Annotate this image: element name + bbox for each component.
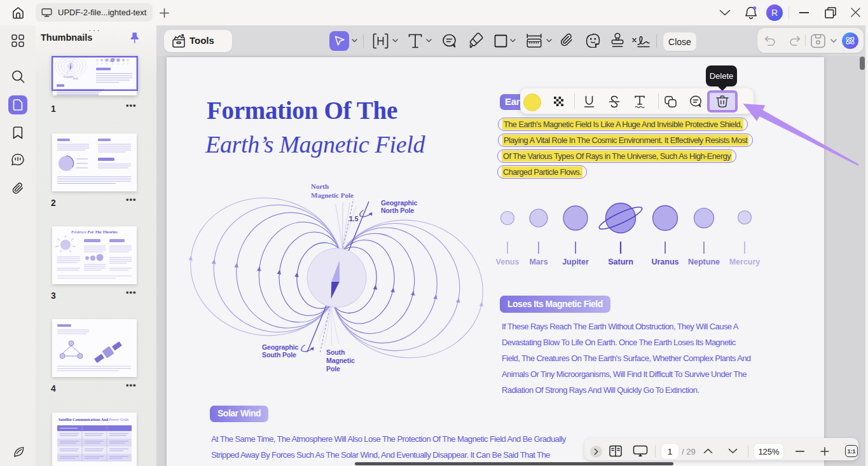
svg-text:Venus: Venus	[496, 257, 520, 266]
svg-text:Saturn: Saturn	[608, 257, 633, 266]
svg-text:Mercury: Mercury	[729, 257, 761, 266]
svg-text:Neptune: Neptune	[688, 257, 720, 266]
svg-text:Evidence For The Theories: Evidence For The Theories	[71, 230, 118, 234]
svg-text:South: South	[73, 78, 78, 80]
svg-text:Geographic: Geographic	[64, 76, 74, 78]
svg-text:Uranus: Uranus	[651, 257, 679, 266]
svg-text:Mars: Mars	[529, 257, 548, 266]
svg-text:Satellite Communications And P: Satellite Communications And Power Grids	[59, 418, 129, 421]
svg-text:1.5: 1.5	[349, 215, 359, 223]
svg-text:Jupiter: Jupiter	[562, 257, 589, 266]
